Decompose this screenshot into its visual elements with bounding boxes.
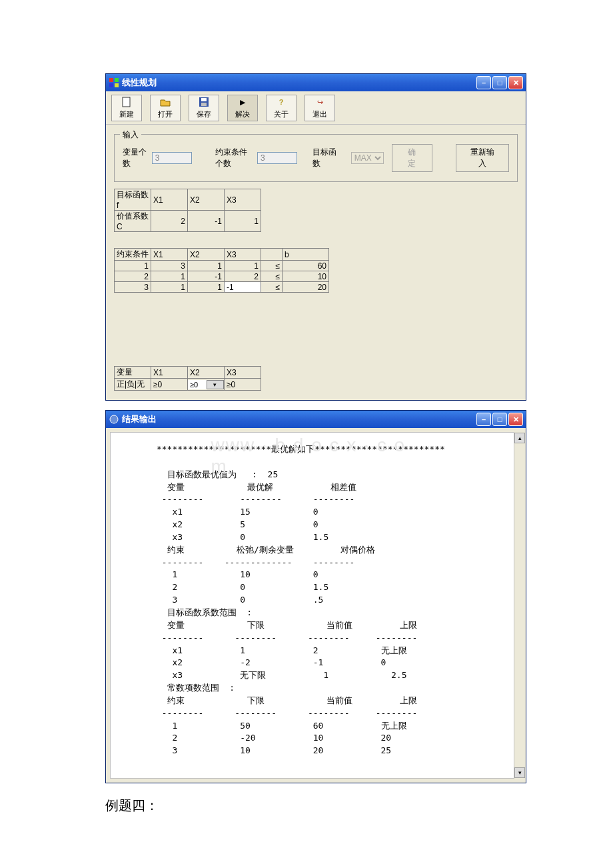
sign-h-x3: X3: [225, 367, 261, 379]
var-count-label: 变量个数: [123, 147, 148, 169]
constr-h-x2: X2: [188, 249, 225, 261]
result-window: 结果输出 – □ ✕ **********************最优解如下**…: [105, 410, 526, 783]
solve-icon: ▶: [240, 96, 245, 108]
obj-type-select[interactable]: MAX: [351, 152, 384, 164]
solve-button[interactable]: ▶ 解决: [227, 95, 258, 121]
constr-idx: 1: [115, 261, 151, 271]
constr-cell[interactable]: 2: [225, 271, 261, 282]
constr-b[interactable]: 60: [283, 261, 329, 271]
var-count-input[interactable]: [152, 152, 192, 164]
obj-c1[interactable]: 2: [151, 211, 188, 232]
constr-label: 约束条件: [115, 249, 151, 261]
constr-h-op: [261, 249, 283, 261]
sign-sublabel: 正|负|无: [115, 379, 151, 391]
minimize-button[interactable]: –: [476, 413, 491, 426]
sign-h-x1: X1: [151, 367, 188, 379]
constr-op[interactable]: ≤: [261, 271, 283, 282]
save-icon: [199, 96, 209, 108]
svg-rect-1: [115, 78, 119, 82]
constr-b[interactable]: 20: [283, 282, 329, 293]
constr-cell[interactable]: 1: [188, 282, 225, 293]
dropdown-icon[interactable]: ▾: [207, 380, 225, 389]
save-button[interactable]: 保存: [189, 95, 219, 121]
new-label: 新建: [119, 109, 134, 119]
scroll-down-icon[interactable]: ▾: [514, 767, 525, 778]
scrollbar[interactable]: ▴ ▾: [514, 432, 526, 779]
app-icon-2: [109, 414, 119, 425]
sign-label: 变量: [115, 367, 151, 379]
svg-point-8: [110, 415, 118, 423]
about-icon: ?: [279, 96, 284, 108]
obj-c3[interactable]: 1: [225, 211, 261, 232]
maximize-button[interactable]: □: [492, 413, 507, 426]
input-panel: 输入 变量个数 约束条件个数 目标函数 MAX 确定 重新输入 目标函数f: [106, 125, 526, 400]
result-container: **********************最优解如下*************…: [106, 432, 526, 779]
open-label: 打开: [158, 109, 173, 119]
constr-idx: 2: [115, 271, 151, 282]
constr-h-x3: X3: [225, 249, 261, 261]
sign-h-x2: X2: [188, 367, 225, 379]
sign-x1[interactable]: ≥0: [151, 379, 188, 391]
constr-h-x1: X1: [151, 249, 188, 261]
about-button[interactable]: ? 关于: [266, 95, 297, 121]
maximize-button[interactable]: □: [492, 76, 507, 89]
about-label: 关于: [274, 109, 289, 119]
svg-rect-0: [109, 78, 113, 82]
constr-row-3: 3 1 1 -1 ≤ 20: [115, 282, 329, 293]
obj-c2[interactable]: -1: [188, 211, 225, 232]
exit-button[interactable]: ↪ 退出: [305, 95, 335, 121]
minimize-button[interactable]: –: [476, 76, 491, 89]
constr-b[interactable]: 10: [283, 271, 329, 282]
window-title-2: 结果输出: [122, 413, 476, 425]
obj-h-x2: X2: [188, 189, 225, 211]
constr-op[interactable]: ≤: [261, 282, 283, 293]
result-text: **********************最优解如下*************…: [110, 432, 522, 779]
constr-idx: 3: [115, 282, 151, 293]
constr-h-b: b: [283, 249, 329, 261]
constr-cell[interactable]: -1: [188, 271, 225, 282]
constr-cell-editing[interactable]: -1: [225, 282, 261, 293]
open-button[interactable]: 打开: [150, 95, 181, 121]
new-button[interactable]: 新建: [111, 95, 142, 121]
new-icon: [121, 96, 132, 108]
window-title: 线性规划: [122, 77, 476, 89]
svg-rect-6: [201, 98, 207, 101]
sign-x3[interactable]: ≥0: [225, 379, 261, 391]
sign-table: 变量 X1 X2 X3 正|负|无 ≥0 ≥0 ▾ ≥0: [114, 366, 261, 391]
svg-rect-2: [109, 83, 113, 87]
obj-label: 目标函数: [312, 147, 338, 169]
page-caption: 例题四：: [105, 797, 526, 815]
solve-label: 解决: [235, 109, 250, 119]
save-label: 保存: [197, 109, 211, 119]
input-legend: 输入: [120, 129, 141, 141]
constr-row-2: 2 1 -1 2 ≤ 10: [115, 271, 329, 282]
constraint-table: 约束条件 X1 X2 X3 b 1 3 1 1 ≤ 60 2 1 -1 2 ≤: [114, 248, 329, 293]
scroll-up-icon[interactable]: ▴: [514, 433, 525, 443]
constr-count-input[interactable]: [257, 152, 297, 164]
titlebar-2: 结果输出 – □ ✕: [106, 411, 526, 428]
constr-cell[interactable]: 1: [225, 261, 261, 271]
open-icon: [160, 96, 171, 108]
reset-button[interactable]: 重新输入: [456, 144, 509, 172]
constr-cell[interactable]: 1: [151, 282, 188, 293]
titlebar: 线性规划 – □ ✕: [106, 74, 526, 91]
constr-row-1: 1 3 1 1 ≤ 60: [115, 261, 329, 271]
input-fieldset: 输入 变量个数 约束条件个数 目标函数 MAX 确定 重新输入: [114, 134, 518, 182]
constr-cell[interactable]: 3: [151, 261, 188, 271]
constr-cell[interactable]: 1: [188, 261, 225, 271]
lp-input-window: 线性规划 – □ ✕ 新建 打开 保存 ▶ 解决 ? 关于 ↪ 退出: [105, 73, 526, 401]
app-icon: [109, 77, 119, 88]
obj-h-x1: X1: [151, 189, 188, 211]
close-button[interactable]: ✕: [508, 413, 523, 426]
ok-button[interactable]: 确定: [392, 144, 432, 172]
constr-cell[interactable]: 1: [151, 271, 188, 282]
constr-op[interactable]: ≤: [261, 261, 283, 271]
sign-x2[interactable]: ≥0 ▾: [188, 379, 225, 391]
svg-rect-7: [201, 103, 207, 106]
close-button[interactable]: ✕: [508, 76, 523, 89]
obj-row1-label: 目标函数f: [115, 189, 151, 211]
exit-label: 退出: [312, 109, 327, 119]
obj-h-x3: X3: [225, 189, 261, 211]
svg-rect-4: [123, 97, 130, 107]
sign-x2-value: ≥0: [190, 381, 207, 389]
